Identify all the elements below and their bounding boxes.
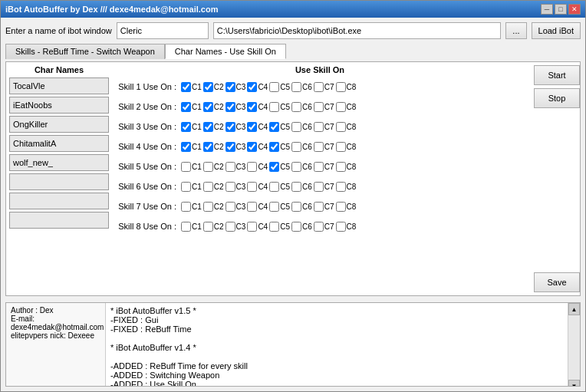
checkbox-s6c8[interactable] <box>336 182 346 192</box>
scroll-up-button[interactable]: ▲ <box>568 303 580 315</box>
checkbox-s2c8[interactable] <box>336 102 346 112</box>
close-button[interactable]: ✕ <box>568 4 581 15</box>
checkbox-s1c5[interactable] <box>269 82 279 92</box>
checkbox-s5c8[interactable] <box>336 162 346 172</box>
checkbox-s1c7[interactable] <box>314 82 324 92</box>
checkbox-s4c7[interactable] <box>314 142 324 152</box>
checkbox-s2c2[interactable] <box>203 102 213 112</box>
checkbox-s8c6[interactable] <box>291 222 301 232</box>
checkbox-s3c5[interactable] <box>269 122 279 132</box>
checkbox-s7c5[interactable] <box>269 202 279 212</box>
checkbox-s5c6[interactable] <box>291 162 301 172</box>
checkbox-s8c1[interactable] <box>181 222 191 232</box>
path-input[interactable] <box>213 22 502 39</box>
checkbox-s3c7[interactable] <box>314 122 324 132</box>
checkbox-s8c5[interactable] <box>269 222 279 232</box>
checkbox-item-s1c5: C5 <box>269 82 290 92</box>
checkbox-s6c4[interactable] <box>247 182 257 192</box>
tab-skills[interactable]: Skills - ReBuff Time - Switch Weapon <box>5 44 165 59</box>
scroll-down-button[interactable]: ▼ <box>568 380 580 387</box>
load-ibot-button[interactable]: Load iBot <box>532 22 581 39</box>
checkbox-item-s7c1: C1 <box>181 202 202 212</box>
checkbox-s4c1[interactable] <box>181 142 191 152</box>
checkbox-s7c2[interactable] <box>203 202 213 212</box>
checkbox-s5c2[interactable] <box>203 162 213 172</box>
char-name-input-6[interactable] <box>9 193 109 209</box>
checkbox-s4c3[interactable] <box>226 142 235 152</box>
checkbox-s7c4[interactable] <box>247 202 257 212</box>
checkbox-s8c7[interactable] <box>314 222 324 232</box>
checkbox-label-s6c2: C2 <box>214 183 224 191</box>
checkbox-s7c6[interactable] <box>291 202 301 212</box>
checkbox-item-s1c4: C4 <box>247 82 268 92</box>
checkbox-s5c1[interactable] <box>181 162 191 172</box>
checkbox-s6c5[interactable] <box>269 182 279 192</box>
checkbox-s4c2[interactable] <box>203 142 213 152</box>
checkbox-s3c3[interactable] <box>226 122 235 132</box>
checkbox-s3c1[interactable] <box>181 122 191 132</box>
checkbox-s2c7[interactable] <box>314 102 324 112</box>
window-name-input[interactable] <box>117 22 209 39</box>
checkbox-s2c5[interactable] <box>269 102 279 112</box>
checkbox-s8c8[interactable] <box>336 222 346 232</box>
checkbox-s7c8[interactable] <box>336 202 346 212</box>
checkbox-s5c3[interactable] <box>226 162 235 172</box>
save-button[interactable]: Save <box>534 272 580 292</box>
checkbox-group-3: C1C2C3C4C5C6C7C8 <box>181 122 356 132</box>
checkbox-s8c2[interactable] <box>203 222 213 232</box>
tab-charnames[interactable]: Char Names - Use Skill On <box>165 44 286 59</box>
skills-panel: Use Skill On Skill 1 Use On :C1C2C3C4C5C… <box>112 65 528 292</box>
checkbox-s2c1[interactable] <box>181 102 191 112</box>
char-name-input-5[interactable] <box>9 173 109 190</box>
checkbox-label-s2c6: C6 <box>302 103 312 111</box>
char-name-input-7[interactable] <box>9 212 109 229</box>
checkbox-s6c1[interactable] <box>181 182 191 192</box>
checkbox-s3c6[interactable] <box>291 122 301 132</box>
skill-label-1: Skill 1 Use On : <box>112 82 181 91</box>
checkbox-s8c3[interactable] <box>226 222 235 232</box>
checkbox-s3c8[interactable] <box>336 122 346 132</box>
checkbox-s2c4[interactable] <box>247 102 257 112</box>
char-name-input-1[interactable] <box>9 97 109 114</box>
checkbox-s1c1[interactable] <box>181 82 191 92</box>
char-name-input-3[interactable] <box>9 135 109 152</box>
checkbox-s6c2[interactable] <box>203 182 213 192</box>
char-name-input-4[interactable] <box>9 154 109 171</box>
checkbox-item-s6c2: C2 <box>203 182 224 192</box>
start-button[interactable]: Start <box>534 65 580 85</box>
checkbox-s1c8[interactable] <box>336 82 346 92</box>
char-name-input-2[interactable] <box>9 116 109 133</box>
checkbox-item-s8c6: C6 <box>291 222 312 232</box>
checkbox-s5c5[interactable] <box>269 162 279 172</box>
checkbox-item-s3c1: C1 <box>181 122 202 132</box>
checkbox-s2c6[interactable] <box>291 102 301 112</box>
stop-button[interactable]: Stop <box>534 88 580 108</box>
checkbox-s4c5[interactable] <box>269 142 279 152</box>
checkbox-s1c2[interactable] <box>203 82 213 92</box>
checkbox-s3c2[interactable] <box>203 122 213 132</box>
char-name-input-0[interactable] <box>9 77 109 94</box>
checkbox-item-s4c1: C1 <box>181 142 202 152</box>
minimize-button[interactable]: ─ <box>541 4 553 15</box>
checkbox-s1c3[interactable] <box>226 82 235 92</box>
checkbox-s7c7[interactable] <box>314 202 324 212</box>
checkbox-s1c4[interactable] <box>247 82 257 92</box>
checkbox-s8c4[interactable] <box>247 222 257 232</box>
checkbox-s7c3[interactable] <box>226 202 235 212</box>
checkbox-s6c3[interactable] <box>226 182 235 192</box>
checkbox-s5c7[interactable] <box>314 162 324 172</box>
checkbox-item-s1c3: C3 <box>226 82 246 92</box>
checkbox-s6c6[interactable] <box>291 182 301 192</box>
checkbox-s5c4[interactable] <box>247 162 257 172</box>
checkbox-s4c8[interactable] <box>336 142 346 152</box>
maximize-button[interactable]: □ <box>555 4 567 15</box>
checkbox-s2c3[interactable] <box>226 102 235 112</box>
checkbox-s1c6[interactable] <box>291 82 301 92</box>
checkbox-s4c4[interactable] <box>247 142 257 152</box>
checkbox-s4c6[interactable] <box>291 142 301 152</box>
log-scrollbar[interactable]: ▲ ▼ <box>568 303 580 387</box>
browse-button[interactable]: ... <box>505 22 526 39</box>
checkbox-s7c1[interactable] <box>181 202 191 212</box>
checkbox-s3c4[interactable] <box>247 122 257 132</box>
checkbox-s6c7[interactable] <box>314 182 324 192</box>
